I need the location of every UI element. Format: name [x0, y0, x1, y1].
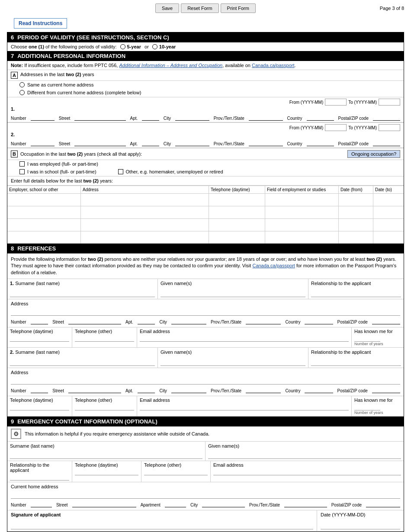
checkbox-employed-box[interactable] — [19, 161, 25, 167]
ref1-phone-daytime-input[interactable] — [10, 336, 69, 342]
ref2-postal-input[interactable] — [372, 387, 400, 393]
td-phone-3[interactable] — [209, 219, 265, 231]
emerg-email-input[interactable] — [213, 469, 401, 475]
ref2-given-input[interactable] — [161, 360, 305, 366]
addr2-street-input[interactable] — [74, 139, 125, 146]
td-to-4[interactable] — [373, 231, 404, 244]
ref2-apt-input[interactable] — [138, 387, 155, 393]
emerg-postal-input[interactable] — [366, 501, 400, 507]
ref1-city-input[interactable] — [171, 318, 206, 324]
ref1-relationship-input[interactable] — [311, 291, 401, 297]
pptc056-link[interactable]: Additional Information – Address and Occ… — [119, 63, 222, 68]
emerg-phone-daytime-input[interactable] — [75, 469, 138, 475]
td-address-3[interactable] — [81, 219, 209, 231]
addr2-apt-input[interactable] — [142, 139, 159, 146]
addr1-city-input[interactable] — [175, 114, 209, 121]
td-field-3[interactable] — [265, 219, 339, 231]
ref1-apt-input[interactable] — [138, 318, 155, 324]
td-phone-1[interactable] — [209, 194, 265, 206]
ref1-street-input[interactable] — [68, 318, 121, 324]
emerg-street-input[interactable] — [72, 501, 136, 507]
emerg-number-input[interactable] — [31, 501, 52, 507]
ref2-surname-input[interactable] — [10, 360, 155, 366]
radio-same-address[interactable]: Same as current home address — [7, 81, 404, 89]
ref1-phone-other-input[interactable] — [75, 336, 134, 342]
read-instructions-button[interactable]: Read Instructions — [14, 18, 67, 29]
td-from-1[interactable] — [339, 194, 373, 206]
radio-5year-circle[interactable] — [120, 44, 125, 49]
td-field-2[interactable] — [265, 206, 339, 218]
ref2-phone-other-input[interactable] — [75, 404, 134, 410]
radio-different-address[interactable]: Different from current home address (com… — [7, 89, 404, 97]
ref1-hasknown-input[interactable] — [354, 336, 380, 342]
radio-10year[interactable]: 10-year — [152, 44, 176, 49]
checkbox-employed[interactable]: I was employed (full- or part-time) — [7, 160, 404, 168]
address1-to-input[interactable] — [379, 99, 400, 106]
emerg-relationship-input[interactable] — [10, 474, 69, 481]
ref-canada-link[interactable]: Canada.ca/passport — [252, 263, 295, 268]
emerg-city-input[interactable] — [202, 501, 245, 507]
td-employer-3[interactable] — [7, 219, 81, 231]
radio-same-circle[interactable] — [19, 82, 25, 87]
reset-button[interactable]: Reset Form — [181, 3, 218, 13]
ref1-prov-input[interactable] — [246, 318, 281, 324]
ref1-given-input[interactable] — [161, 291, 305, 297]
ref2-street-input[interactable] — [68, 387, 121, 393]
ref1-addr-input[interactable] — [11, 310, 400, 316]
td-from-3[interactable] — [339, 219, 373, 231]
ref2-addr-input[interactable] — [11, 378, 400, 385]
td-to-1[interactable] — [373, 194, 404, 206]
ref2-city-input[interactable] — [171, 387, 206, 393]
addr1-postal-input[interactable] — [373, 114, 400, 121]
td-address-4[interactable] — [81, 231, 209, 244]
addr1-apt-input[interactable] — [142, 114, 159, 121]
td-from-2[interactable] — [339, 206, 373, 218]
emerg-given-input[interactable] — [208, 453, 401, 459]
address2-to-input[interactable] — [379, 124, 400, 131]
td-phone-4[interactable] — [209, 231, 265, 244]
addr1-country-input[interactable] — [307, 114, 334, 121]
addr2-prov-input[interactable] — [249, 139, 283, 146]
emerg-prov-input[interactable] — [284, 501, 327, 507]
radio-diff-circle[interactable] — [19, 90, 25, 95]
ref1-postal-input[interactable] — [372, 318, 400, 324]
ref1-surname-input[interactable] — [10, 291, 155, 297]
canada-passport-link[interactable]: Canada.ca/passport — [252, 63, 294, 68]
td-field-4[interactable] — [265, 231, 339, 244]
addr1-prov-input[interactable] — [249, 114, 283, 121]
radio-10year-circle[interactable] — [152, 44, 157, 49]
emerg-phone-other-input[interactable] — [144, 469, 208, 475]
td-employer-1[interactable] — [7, 194, 81, 206]
checkbox-school-box[interactable] — [19, 169, 25, 174]
ref2-phone-daytime-input[interactable] — [10, 404, 69, 410]
ref2-relationship-input[interactable] — [311, 360, 401, 366]
radio-5year[interactable]: 5-year — [120, 44, 141, 49]
emerg-apartment-input[interactable] — [165, 501, 186, 507]
td-employer-4[interactable] — [7, 231, 81, 244]
ref2-country-input[interactable] — [305, 387, 333, 393]
ongoing-occupation-button[interactable]: Ongoing occupation? — [347, 150, 400, 158]
td-to-3[interactable] — [373, 219, 404, 231]
print-button[interactable]: Print Form — [221, 3, 256, 13]
td-employer-2[interactable] — [7, 206, 81, 218]
addr2-postal-input[interactable] — [373, 139, 400, 146]
sig-date-input[interactable] — [321, 523, 400, 529]
emerg-surname-input[interactable] — [10, 453, 202, 459]
addr2-number-input[interactable] — [31, 139, 55, 146]
ref1-email-input[interactable] — [140, 336, 349, 342]
ref2-email-input[interactable] — [140, 404, 349, 410]
ref2-number-input[interactable] — [31, 387, 48, 393]
addr1-street-input[interactable] — [74, 114, 125, 121]
ref1-number-input[interactable] — [31, 318, 48, 324]
address1-from-input[interactable] — [325, 99, 347, 106]
checkbox-other-box[interactable] — [118, 169, 123, 174]
td-phone-2[interactable] — [209, 206, 265, 218]
td-from-4[interactable] — [339, 231, 373, 244]
td-field-1[interactable] — [265, 194, 339, 206]
address2-from-input[interactable] — [325, 124, 347, 131]
emerg-addr-input[interactable] — [11, 493, 400, 499]
td-address-2[interactable] — [81, 206, 209, 218]
td-to-2[interactable] — [373, 206, 404, 218]
addr2-country-input[interactable] — [307, 139, 334, 146]
td-address-1[interactable] — [81, 194, 209, 206]
